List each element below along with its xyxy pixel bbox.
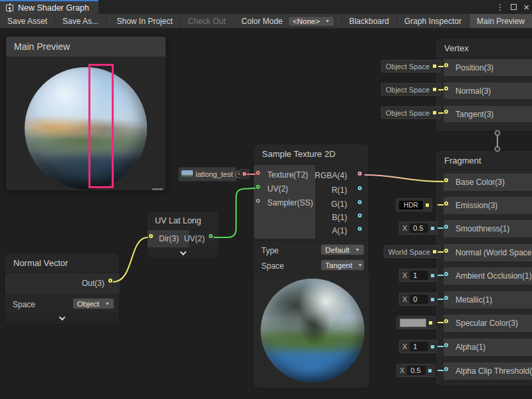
shader-graph-icon — [5, 3, 14, 12]
specular-color-control[interactable] — [396, 316, 436, 329]
port-uv-output[interactable] — [209, 234, 213, 238]
wire-uv — [213, 188, 255, 237]
main-preview-sphere — [25, 67, 147, 190]
port-sampler-input[interactable] — [256, 199, 260, 203]
pill-port-dot — [433, 111, 436, 114]
normal-space-pill[interactable]: Object Space — [381, 83, 441, 96]
type-label: Type — [261, 246, 279, 255]
port-r-output[interactable] — [358, 186, 362, 190]
node-vertex[interactable]: Vertex Position(3) Normal(3) Tangent(3) — [435, 38, 532, 132]
main-preview-panel[interactable]: Main Preview — [5, 36, 166, 191]
port-ambient-occlusion-input[interactable] — [444, 272, 448, 276]
chevron-down-icon: ▼ — [105, 301, 110, 306]
fragment-row-ambient-occlusion[interactable]: Ambient Occlusion(1) — [444, 267, 532, 285]
port-tangent-input[interactable] — [444, 110, 448, 114]
fragment-node-title: Fragment — [436, 151, 532, 170]
port-metallic-input[interactable] — [444, 296, 448, 300]
tab-title: New Shader Graph — [18, 3, 89, 13]
port-alpha-clip-input[interactable] — [444, 367, 448, 371]
emission-hdr-control[interactable]: HDR — [396, 198, 432, 211]
alpha-clip-float-field[interactable]: X 0.5 — [396, 364, 435, 377]
port-b-output[interactable] — [358, 213, 362, 217]
window-menu-icon[interactable]: ⋮ — [495, 3, 504, 11]
port-base-color-input[interactable] — [444, 178, 448, 182]
pill-port-dot — [431, 227, 434, 230]
selection-rectangle — [88, 64, 114, 188]
pill-port-dot — [433, 65, 436, 68]
color-swatch[interactable] — [400, 319, 426, 327]
port-position-input[interactable] — [444, 63, 448, 67]
port-uv-input[interactable] — [256, 185, 260, 189]
port-specular-color-input[interactable] — [444, 319, 448, 323]
graph-inspector-button[interactable]: Graph Inspector — [397, 14, 469, 28]
ambient-occlusion-float-field[interactable]: X 1 — [399, 269, 438, 282]
panel-resize-handle[interactable] — [152, 188, 163, 190]
port-texture-input[interactable] — [256, 171, 260, 175]
uv-lat-long-title: UV Lat Long — [147, 212, 219, 229]
port-dir-input[interactable] — [149, 234, 153, 238]
toolbar: Save Asset Save As... Show In Project Ch… — [0, 14, 532, 29]
type-dropdown[interactable]: Default ▼ — [321, 244, 364, 255]
save-as-button[interactable]: Save As... — [55, 14, 106, 28]
show-in-project-button[interactable]: Show In Project — [109, 14, 180, 28]
vertex-row-tangent[interactable]: Tangent(3) — [444, 106, 532, 122]
maximize-icon[interactable] — [511, 4, 517, 10]
port-out-output[interactable] — [108, 279, 112, 283]
node-normal-vector[interactable]: Normal Vector Out(3) Space Object ▼ — [4, 253, 120, 325]
texture-asset-port-box[interactable] — [239, 169, 249, 179]
fragment-row-base-color[interactable]: Base Color(3) — [444, 174, 532, 191]
smoothness-float-field[interactable]: X 0.5 — [399, 221, 438, 235]
port-smoothness-input[interactable] — [444, 225, 448, 229]
node-fragment[interactable]: Fragment Base Color(3) Emission(3) Smoot… — [435, 150, 532, 386]
collapse-preview-button[interactable] — [147, 247, 219, 259]
fragment-row-alpha-clip[interactable]: Alpha Clip Threshold(1) — [444, 362, 532, 380]
space-label: Space — [261, 261, 284, 271]
port-emission-input[interactable] — [444, 201, 448, 205]
vertex-row-normal[interactable]: Normal(3) — [444, 82, 532, 99]
check-out-button: Check Out — [181, 14, 233, 28]
port-alpha-input[interactable] — [444, 343, 448, 347]
tangent-space-pill[interactable]: Object Space — [381, 106, 441, 119]
fragment-row-specular-color[interactable]: Specular Color(3) — [444, 315, 532, 332]
chevron-down-icon: ▼ — [325, 19, 330, 23]
texture-thumbnail — [182, 170, 193, 179]
fragment-row-smoothness[interactable]: Smoothness(1) — [444, 220, 532, 237]
fragment-row-alpha[interactable]: Alpha(1) — [444, 338, 532, 356]
fragment-row-normal-ws[interactable]: Normal (World Space)(3) — [444, 244, 532, 261]
port-normal-input[interactable] — [444, 86, 448, 90]
sample-texture-preview-sphere — [261, 279, 364, 382]
position-space-pill[interactable]: Object Space — [381, 60, 441, 72]
chevron-down-icon — [180, 249, 186, 255]
alpha-float-field[interactable]: X 1 — [399, 340, 438, 353]
wire-base-color — [364, 175, 444, 182]
node-sample-texture-2d[interactable]: Sample Texture 2D Texture(T2) UV(2) Samp… — [253, 144, 369, 388]
vertex-row-position[interactable]: Position(3) — [444, 59, 532, 76]
blackboard-button[interactable]: Blackboard — [341, 14, 397, 28]
chevron-down-icon: ▼ — [358, 263, 362, 267]
space-dropdown[interactable]: Tangent ▼ — [321, 259, 364, 271]
main-preview-button[interactable]: Main Preview — [469, 14, 532, 28]
chevron-down-icon: ▼ — [355, 247, 360, 252]
port-rgba-output[interactable] — [358, 172, 362, 176]
color-mode-dropdown[interactable]: <None> ▼ — [288, 16, 334, 27]
port-g-output[interactable] — [358, 200, 362, 204]
close-icon[interactable]: × — [523, 2, 529, 12]
fragment-row-emission[interactable]: Emission(3) — [444, 197, 532, 214]
shader-graph-window: New Shader Graph ⋮ × Save Asset Save As.… — [0, 0, 532, 399]
port-normal-ws-input[interactable] — [444, 249, 448, 253]
pill-port-dot — [426, 203, 429, 207]
collapse-preview-button[interactable] — [5, 313, 119, 324]
normal-ws-space-pill[interactable]: World Space — [384, 245, 441, 258]
pill-port-dot — [428, 369, 432, 372]
port-a-output[interactable] — [358, 227, 362, 231]
node-texture-asset[interactable]: latlong_test — [178, 167, 237, 182]
metallic-float-field[interactable]: X 0 — [399, 293, 438, 306]
space-label: Space — [13, 300, 35, 309]
normal-space-dropdown[interactable]: Object ▼ — [72, 298, 114, 309]
color-mode-label: Color Mode — [236, 14, 288, 28]
main-preview-header[interactable]: Main Preview — [6, 37, 166, 57]
fragment-row-metallic[interactable]: Metallic(1) — [444, 291, 532, 309]
sample-texture-node-title: Sample Texture 2D — [253, 144, 368, 164]
save-asset-button[interactable]: Save Asset — [0, 14, 55, 28]
tab-new-shader-graph[interactable]: New Shader Graph — [0, 0, 98, 14]
